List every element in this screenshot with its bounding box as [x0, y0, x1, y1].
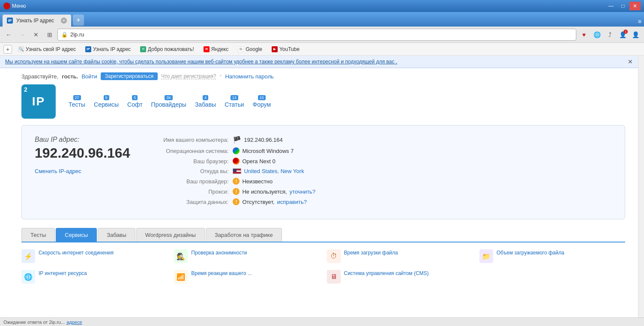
- os-label: Операционная система:: [156, 148, 233, 154]
- lock-icon: 🔒: [61, 32, 68, 38]
- service-cms[interactable]: 🖥 Система управления сайтом (CMS): [327, 270, 473, 284]
- detail-row-provider: Ваш провайдер: ! Неизвестно: [156, 178, 612, 185]
- cms-link[interactable]: Система управления сайтом (CMS): [344, 270, 429, 277]
- nav-providers[interactable]: 3K Провайдеры: [151, 95, 186, 108]
- tests-badge: 27: [73, 95, 81, 100]
- title-bar-menu[interactable]: Меню: [3, 3, 26, 9]
- new-tab-button[interactable]: +: [73, 15, 84, 26]
- proxy-link[interactable]: уточнить?: [290, 188, 315, 195]
- share-button[interactable]: ⤴: [604, 29, 616, 41]
- tab-funs[interactable]: Забавы: [98, 228, 135, 242]
- services-label[interactable]: Сервисы: [94, 101, 119, 108]
- bookmarks-add-button[interactable]: +: [3, 45, 12, 54]
- menu-label: Меню: [12, 3, 26, 9]
- browser-tab[interactable]: IP Узнать IP адрес ✕: [3, 15, 71, 27]
- ip-info-box: Ваш IP адрес: 192.240.96.164 Сменить IP-…: [21, 125, 625, 219]
- provider-value: ! Неизвестно: [233, 178, 273, 185]
- grid-button[interactable]: ⊞: [44, 29, 56, 41]
- forward-button[interactable]: →: [16, 29, 28, 41]
- scrollbar[interactable]: [638, 56, 644, 326]
- proxy-value: ! Не используется, уточнить?: [233, 188, 315, 195]
- profile-button[interactable]: 👤: [629, 29, 641, 41]
- funs-label[interactable]: Забавы: [195, 101, 216, 108]
- stop-button[interactable]: ✕: [30, 29, 42, 41]
- warn-icon-2: !: [233, 188, 240, 195]
- nav-soft[interactable]: 5 Софт: [127, 95, 143, 108]
- react-link[interactable]: Время реакции вашего ...: [191, 270, 252, 277]
- opera-logo-icon: [3, 3, 10, 9]
- bookmark-search[interactable]: 🔍 Узнать свой IP адрес: [15, 45, 79, 53]
- cookie-close-button[interactable]: ✕: [628, 58, 633, 65]
- ip-display: Ваш IP адрес: 192.240.96.164 Сменить IP-…: [35, 136, 130, 174]
- service-ip-resource[interactable]: 🌐 IP интернет ресурса: [21, 270, 167, 284]
- favorites-button[interactable]: ♥: [578, 29, 590, 41]
- browser-label: Ваш браузер:: [156, 158, 233, 164]
- service-react[interactable]: 📶 Время реакции вашего ...: [174, 270, 320, 284]
- maximize-button[interactable]: □: [617, 2, 629, 10]
- cms-icon: 🖥: [327, 270, 341, 284]
- change-ip-link[interactable]: Сменить IP-адрес: [35, 168, 81, 174]
- nav-forum[interactable]: 15 Форум: [253, 95, 271, 108]
- close-button[interactable]: ✕: [629, 2, 641, 10]
- providers-label[interactable]: Провайдеры: [151, 101, 186, 108]
- ip-resource-link[interactable]: IP интернет ресурса: [39, 270, 87, 277]
- bookmark-search-icon: 🔍: [18, 46, 24, 52]
- detail-row-protection: Защита данных: ! Отсутствует, исправить?: [156, 198, 612, 205]
- volume-link[interactable]: Объем загружаемого файла: [497, 249, 564, 257]
- browser-content: Мы используем на нашем сайте файлы cooki…: [0, 56, 644, 326]
- globe-button[interactable]: 🌐: [591, 29, 603, 41]
- ip-address: 192.240.96.164: [35, 145, 130, 161]
- bookmark-yandex[interactable]: Я Яндекс: [200, 45, 232, 53]
- browser-value: Opera Next 0: [233, 158, 275, 164]
- tab-close-button[interactable]: ✕: [61, 18, 67, 24]
- anon-icon: 🕵: [174, 249, 188, 263]
- nav-funs[interactable]: 4 Забавы: [195, 95, 216, 108]
- tab-services[interactable]: Сервисы: [56, 228, 97, 242]
- tab-tests[interactable]: Тесты: [21, 228, 55, 242]
- cookie-text[interactable]: Мы используем на нашем сайте файлы cooki…: [5, 59, 397, 65]
- service-volume[interactable]: 📁 Объем загружаемого файла: [479, 249, 625, 263]
- title-bar: Меню — □ ✕: [0, 0, 644, 12]
- soft-label[interactable]: Софт: [127, 101, 143, 108]
- service-speed[interactable]: ⚡ Скорость интернет соединения: [21, 249, 167, 263]
- status-link[interactable]: адресе: [66, 320, 82, 325]
- address-bar: 🔒: [57, 29, 576, 41]
- bookmark-dobro[interactable]: Я Добро пожаловать!: [137, 45, 198, 53]
- site-logo[interactable]: 2 IP: [21, 84, 56, 119]
- minimize-button[interactable]: —: [605, 2, 617, 10]
- tab-label: Узнать IP адрес: [16, 18, 57, 24]
- hostname-text: 192.240.96.164: [244, 137, 282, 143]
- location-link[interactable]: United States, New York: [244, 168, 304, 174]
- bookmark-search-label: Узнать свой IP адрес: [26, 46, 76, 52]
- tabs-menu-button[interactable]: ≡: [638, 18, 641, 25]
- protection-link[interactable]: исправить?: [277, 199, 307, 205]
- nav-articles[interactable]: 13 Статьи: [225, 95, 244, 108]
- tests-label[interactable]: Тесты: [69, 101, 85, 108]
- articles-label[interactable]: Статьи: [225, 101, 244, 108]
- tab-wordpress[interactable]: Wordpress дизайны: [136, 228, 205, 242]
- bookmark-google[interactable]: G Google: [234, 45, 266, 53]
- address-input[interactable]: [70, 31, 572, 38]
- login-link[interactable]: Войти: [81, 73, 97, 80]
- service-time[interactable]: ⏱ Время загрузки файла: [327, 249, 473, 263]
- time-icon: ⏱: [327, 249, 341, 263]
- notification-button[interactable]: 👤 1: [617, 29, 629, 41]
- time-link[interactable]: Время загрузки файла: [344, 249, 398, 257]
- nav-tests[interactable]: 27 Тесты: [69, 95, 85, 108]
- register-button[interactable]: Зарегистрироваться: [101, 72, 158, 80]
- protection-label: Защита данных:: [156, 199, 233, 205]
- services-grid: ⚡ Скорость интернет соединения 🕵 Проверк…: [21, 242, 625, 290]
- anon-link[interactable]: Проверка анонимности: [191, 249, 247, 257]
- bookmark-ip[interactable]: IP Узнать IP адрес: [82, 45, 134, 53]
- bookmark-youtube[interactable]: ▶ YouTube: [268, 45, 303, 53]
- service-anon[interactable]: 🕵 Проверка анонимности: [174, 249, 320, 263]
- remind-link[interactable]: Напомнить пароль: [225, 73, 273, 80]
- forum-label[interactable]: Форум: [253, 101, 271, 108]
- soft-badge: 5: [132, 95, 138, 100]
- tab-earnings[interactable]: Заработок на трафике: [206, 228, 282, 242]
- back-button[interactable]: ←: [3, 29, 15, 41]
- nav-services[interactable]: 9 Сервисы: [94, 95, 119, 108]
- speed-link[interactable]: Скорость интернет соединения: [39, 249, 114, 257]
- provider-label: Ваш провайдер:: [156, 178, 233, 185]
- benefit-link[interactable]: Что дает регистрация?: [161, 73, 216, 79]
